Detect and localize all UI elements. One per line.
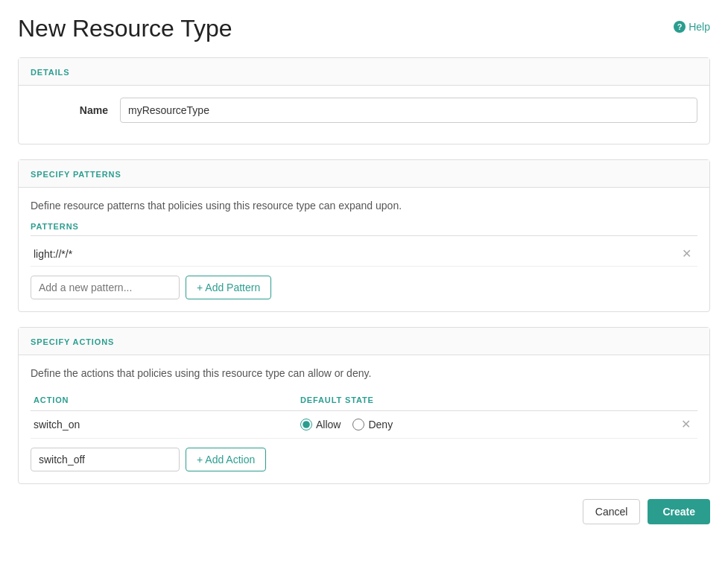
allow-radio[interactable] — [300, 419, 312, 430]
details-section: DETAILS Name — [18, 57, 710, 144]
add-pattern-button[interactable]: + Add Pattern — [186, 276, 271, 299]
actions-table: ACTION DEFAULT STATE switch_on — [31, 390, 697, 439]
allow-label: Allow — [316, 419, 341, 430]
allow-radio-label[interactable]: Allow — [300, 419, 341, 430]
pattern-value: light://*/* — [34, 248, 72, 260]
patterns-label: PATTERNS — [31, 222, 697, 236]
page-header: New Resource Type ? Help — [18, 15, 710, 42]
patterns-section-body: Define resource patterns that policies u… — [19, 188, 709, 311]
name-form-row: Name — [31, 98, 697, 123]
deny-radio[interactable] — [352, 419, 364, 430]
name-label: Name — [31, 104, 120, 116]
actions-section-title: SPECIFY ACTIONS — [31, 337, 114, 346]
add-pattern-input[interactable] — [31, 276, 180, 299]
actions-table-header-row: ACTION DEFAULT STATE — [31, 390, 697, 411]
details-section-title: DETAILS — [31, 68, 69, 77]
action-name-value: switch_on — [34, 419, 80, 430]
cancel-button[interactable]: Cancel — [583, 499, 641, 524]
help-label: Help — [689, 21, 710, 33]
actions-section-body: Define the actions that policies using t… — [19, 355, 709, 483]
table-row: switch_on Allow Deny — [31, 411, 697, 439]
patterns-section: SPECIFY PATTERNS Define resource pattern… — [18, 159, 710, 312]
page-container: New Resource Type ? Help DETAILS Name SP… — [0, 0, 728, 572]
actions-description: Define the actions that policies using t… — [31, 367, 697, 379]
deny-radio-label[interactable]: Deny — [352, 419, 393, 430]
details-section-header: DETAILS — [19, 58, 709, 86]
footer-buttons: Cancel Create — [18, 499, 710, 524]
add-action-button[interactable]: + Add Action — [186, 448, 266, 471]
actions-section: SPECIFY ACTIONS Define the actions that … — [18, 327, 710, 484]
remove-pattern-button[interactable]: ✕ — [679, 248, 694, 260]
create-button[interactable]: Create — [648, 499, 710, 524]
page-title: New Resource Type — [18, 15, 232, 42]
action-name-cell: switch_on — [31, 411, 297, 439]
actions-section-header: SPECIFY ACTIONS — [19, 328, 709, 355]
remove-col-header — [675, 390, 697, 411]
add-action-input[interactable] — [31, 448, 180, 471]
patterns-description: Define resource patterns that policies u… — [31, 200, 697, 212]
deny-label: Deny — [368, 419, 393, 430]
name-input[interactable] — [120, 98, 697, 123]
add-action-row: + Add Action — [31, 448, 697, 471]
help-link[interactable]: ? Help — [674, 21, 710, 33]
action-default-state-cell: Allow Deny — [297, 411, 675, 439]
add-pattern-row: + Add Pattern — [31, 276, 697, 299]
radio-group: Allow Deny — [300, 419, 672, 430]
list-item: light://*/* ✕ — [31, 242, 697, 267]
help-icon: ? — [674, 21, 686, 33]
details-section-body: Name — [19, 86, 709, 144]
patterns-section-title: SPECIFY PATTERNS — [31, 170, 121, 179]
remove-action-button[interactable]: ✕ — [678, 419, 694, 430]
default-state-col-header: DEFAULT STATE — [297, 390, 675, 411]
action-col-header: ACTION — [31, 390, 297, 411]
remove-action-cell: ✕ — [675, 411, 697, 439]
patterns-section-header: SPECIFY PATTERNS — [19, 160, 709, 188]
